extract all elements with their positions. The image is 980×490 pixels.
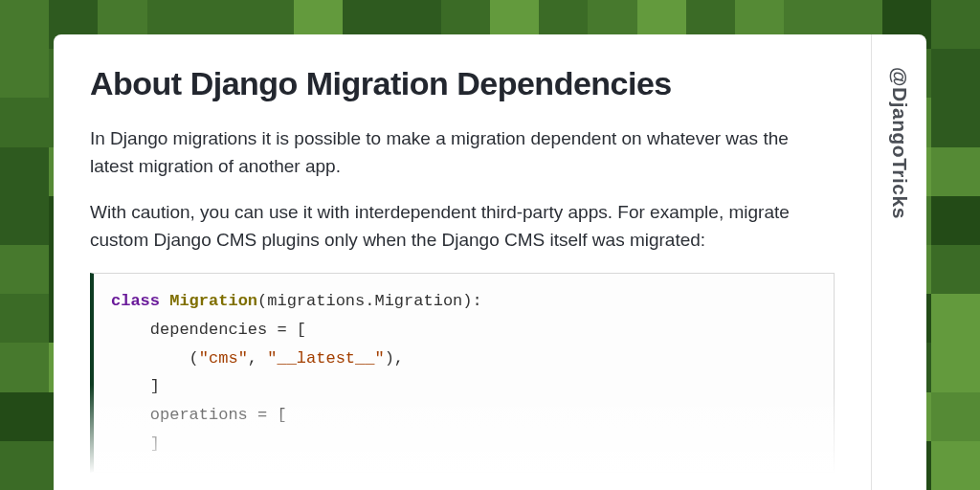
code-string: "cms" xyxy=(199,349,248,368)
sidebar: @DjangoTricks xyxy=(871,34,926,490)
author-handle: @DjangoTricks xyxy=(888,67,911,219)
code-line: ] xyxy=(111,434,160,453)
main-content: About Django Migration Dependencies In D… xyxy=(54,34,871,490)
code-base: (migrations.Migration): xyxy=(257,292,482,310)
paragraph-2: With caution, you can use it with interd… xyxy=(90,199,835,254)
code-block: class Migration(migrations.Migration): d… xyxy=(90,273,835,473)
code-line: ] xyxy=(111,377,160,395)
content-card: About Django Migration Dependencies In D… xyxy=(54,34,926,490)
code-comma: , xyxy=(248,349,267,368)
code-line: dependencies = [ xyxy=(111,321,306,339)
code-string: "__latest__" xyxy=(267,349,384,368)
code-classname: Migration xyxy=(169,292,257,310)
code-line: ), xyxy=(385,349,404,368)
code-keyword: class xyxy=(111,292,160,310)
page-title: About Django Migration Dependencies xyxy=(90,65,835,102)
code-line: operations = [ xyxy=(111,406,287,424)
paragraph-1: In Django migrations it is possible to m… xyxy=(90,125,835,180)
code-line: ( xyxy=(111,349,199,368)
